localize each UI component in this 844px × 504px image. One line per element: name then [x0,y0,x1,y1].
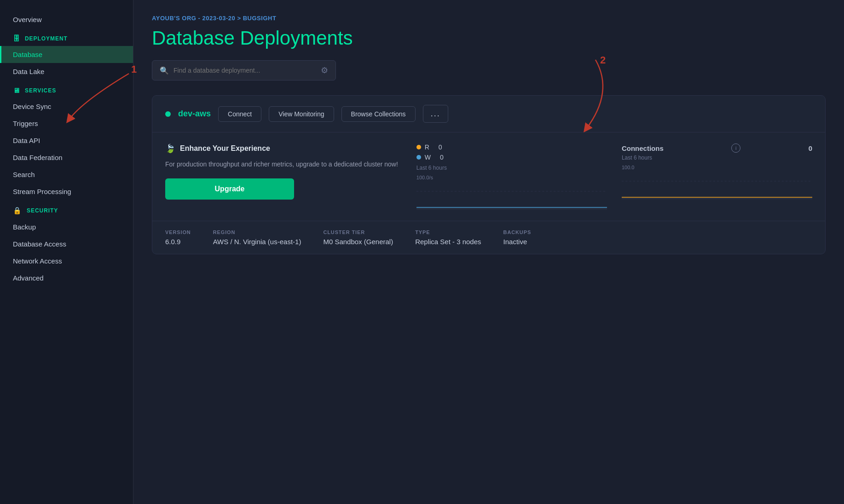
info-icon[interactable]: i [731,143,740,153]
svg-text:2: 2 [600,55,606,66]
cluster-status-dot [165,111,171,117]
browse-collections-button[interactable]: Browse Collections [341,106,416,122]
footer-cluster-tier: CLUSTER TIER M0 Sandbox (General) [323,229,393,246]
cluster-body: 🍃 Enhance Your Experience For production… [152,132,825,221]
sidebar-item-backup[interactable]: Backup [0,218,133,235]
footer-region: REGION AWS / N. Virginia (us-east-1) [213,229,301,246]
footer-backups: BACKUPS Inactive [503,229,532,246]
more-options-button[interactable]: ... [423,105,448,123]
sidebar: Overview 🗄 DEPLOYMENT Database Data Lake… [0,0,133,504]
sidebar-item-database-access[interactable]: Database Access [0,235,133,252]
footer-type: TYPE Replica Set - 3 nodes [415,229,481,246]
deployment-icon: 🗄 [13,34,20,42]
sidebar-section-services: 🖥 SERVICES [0,80,133,98]
services-icon: 🖥 [13,86,20,94]
connections-subtitle: Last 6 hours [622,155,812,161]
footer-version: VERSION 6.0.9 [165,229,191,246]
version-value: 6.0.9 [165,238,191,246]
leaf-icon: 🍃 [165,143,175,154]
cluster-header: dev-aws Connect View Monitoring Browse C… [152,96,825,132]
sidebar-item-advanced[interactable]: Advanced [0,269,133,286]
writes-value: 0 [440,154,444,161]
sidebar-item-data-api[interactable]: Data API [0,132,133,149]
cluster-footer: VERSION 6.0.9 REGION AWS / N. Virginia (… [152,221,825,254]
cluster-tier-label: CLUSTER TIER [323,229,393,235]
type-label: TYPE [415,229,481,235]
page-title: Database Deployments [152,27,826,49]
upgrade-button[interactable]: Upgrade [165,178,294,200]
sidebar-item-database[interactable]: Database [0,46,133,63]
cluster-card: dev-aws Connect View Monitoring Browse C… [152,95,826,254]
sidebar-item-triggers[interactable]: Triggers [0,115,133,132]
cluster-name: dev-aws [178,109,211,119]
writes-legend-item: W 0 [416,154,607,161]
svg-text:1: 1 [133,64,137,75]
search-bar: 🔍 ⚙ [152,60,336,80]
reads-writes-scale: 100.0/s [416,175,607,180]
sidebar-item-network-access[interactable]: Network Access [0,252,133,269]
connections-panel: Connections i 0 Last 6 hours 100.0 [622,143,812,210]
search-icon: 🔍 [160,66,169,75]
upgrade-heading: 🍃 Enhance Your Experience [165,143,398,154]
reads-writes-chart [416,182,607,210]
connections-chart [622,172,812,200]
security-icon: 🔒 [13,206,22,215]
sidebar-item-overview[interactable]: Overview [0,11,133,28]
connections-scale: 100.0 [622,165,812,170]
sidebar-item-stream-processing[interactable]: Stream Processing [0,183,133,200]
sidebar-item-data-lake[interactable]: Data Lake [0,63,133,80]
main-content: AYOUB'S ORG - 2023-03-20 > BUGSIGHT Data… [133,0,844,504]
connections-value: 0 [809,144,812,152]
region-value: AWS / N. Virginia (us-east-1) [213,238,301,246]
backups-label: BACKUPS [503,229,532,235]
backups-value: Inactive [503,238,532,246]
reads-writes-subtitle: Last 6 hours [416,165,607,171]
writes-label: W [425,154,431,161]
version-label: VERSION [165,229,191,235]
connect-button[interactable]: Connect [218,106,261,122]
reads-dot [416,145,421,149]
reads-value: 0 [439,143,442,151]
type-value: Replica Set - 3 nodes [415,238,481,246]
writes-dot [416,155,421,160]
view-monitoring-button[interactable]: View Monitoring [269,106,334,122]
sidebar-item-search[interactable]: Search [0,166,133,183]
filter-icon[interactable]: ⚙ [321,65,328,75]
reads-label: R [425,143,429,151]
reads-legend-item: R 0 [416,143,607,151]
sidebar-item-data-federation[interactable]: Data Federation [0,149,133,166]
breadcrumb: AYOUB'S ORG - 2023-03-20 > BUGSIGHT [152,15,826,22]
upgrade-text: For production throughput and richer met… [165,159,398,169]
sidebar-section-security: 🔒 SECURITY [0,200,133,218]
upgrade-panel: 🍃 Enhance Your Experience For production… [165,143,398,200]
sidebar-section-deployment: 🗄 DEPLOYMENT [0,28,133,46]
search-input[interactable] [173,67,316,74]
metrics-section: R 0 W 0 Last 6 hours 100.0/s [416,143,812,210]
cluster-tier-value: M0 Sandbox (General) [323,238,393,246]
sidebar-item-device-sync[interactable]: Device Sync [0,98,133,115]
connections-title: Connections [622,144,664,152]
metric-legend: R 0 W 0 [416,143,607,161]
connections-header: Connections i 0 [622,143,812,153]
region-label: REGION [213,229,301,235]
reads-writes-panel: R 0 W 0 Last 6 hours 100.0/s [416,143,607,210]
